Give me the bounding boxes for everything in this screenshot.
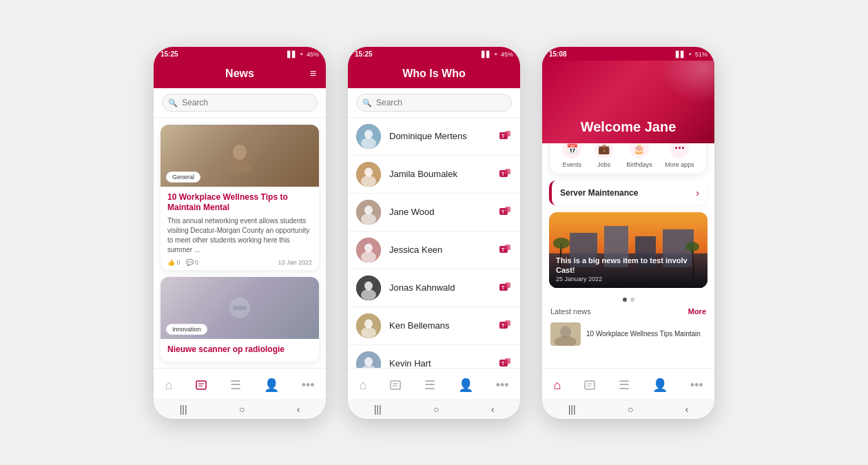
teams-icon-ken[interactable]: T: [498, 318, 512, 334]
android-nav-who: ||| ○ ‹: [348, 400, 520, 419]
android-home-news[interactable]: ○: [239, 404, 245, 415]
nav-more-news[interactable]: •••: [302, 378, 315, 393]
contact-ken[interactable]: Ken Bellemans T: [348, 307, 520, 345]
search-wrap-news: 🔍: [162, 94, 318, 112]
teams-icon-kevin[interactable]: T: [498, 355, 512, 368]
welcome-header: Welcome Jane: [542, 61, 714, 143]
mini-news-text: 10 Workplace Wellness Tips Maintain: [586, 329, 701, 338]
more-apps-icon: ···: [670, 143, 689, 158]
avatar-img-jonas: [356, 276, 381, 300]
nav-home-news[interactable]: ⌂: [165, 378, 172, 393]
svg-point-59: [553, 238, 570, 249]
avatar-img-jb: [356, 162, 381, 187]
news-card-2[interactable]: Innovation Nieuwe scanner op radiologie: [161, 277, 319, 362]
android-back-welcome[interactable]: |||: [568, 404, 576, 415]
nav-more-who[interactable]: •••: [496, 378, 509, 393]
quick-action-jobs[interactable]: 💼 Jobs: [595, 143, 614, 168]
quick-action-events[interactable]: 📅 Events: [562, 143, 581, 168]
signal-icon-welcome: ▋▋: [676, 51, 685, 58]
avatar-jk: [356, 238, 381, 262]
nav-profile-welcome[interactable]: 👤: [652, 378, 668, 393]
news-card-desc-1: This annual networking event allows stud…: [167, 216, 312, 255]
like-icon: 👍 0: [167, 259, 180, 266]
svg-rect-4: [196, 381, 206, 389]
contact-jessica[interactable]: Jessica Keen T: [348, 231, 520, 269]
maintenance-row[interactable]: Server Maintenance ›: [549, 180, 707, 205]
avatar-img-kevin: [356, 351, 381, 368]
search-input-news[interactable]: [162, 94, 318, 112]
teams-icon-jamila[interactable]: T: [498, 166, 512, 183]
android-home-who[interactable]: ○: [433, 404, 439, 415]
teams-icon-jonas[interactable]: T: [498, 280, 512, 296]
contact-name-jonas: Jonas Kahnwald: [389, 282, 490, 293]
signal-icon-who: ▋▋: [482, 51, 491, 58]
android-recent-welcome[interactable]: ‹: [685, 404, 689, 415]
nav-news-who[interactable]: [389, 379, 402, 391]
android-back-news[interactable]: |||: [180, 404, 187, 415]
news-title: News: [225, 68, 254, 80]
phone-who-is-who: 15:25 ▋▋ ⚬ 45% Who Is Who 🔍: [348, 47, 520, 419]
jobs-label: Jobs: [597, 161, 610, 168]
signal-icon-news: ▋▋: [287, 51, 297, 58]
status-bar-who: 15:25 ▋▋ ⚬ 45%: [348, 47, 520, 61]
search-input-who[interactable]: [356, 94, 512, 112]
status-bar-news: 15:25 ▋▋ ⚬ 45%: [154, 47, 326, 61]
contact-jonas[interactable]: Jonas Kahnwald T: [348, 269, 520, 307]
teams-svg-dominique: T: [498, 128, 512, 142]
status-time-welcome: 15:08: [549, 50, 567, 58]
android-home-welcome[interactable]: ○: [628, 404, 633, 415]
nav-docs-news[interactable]: ☰: [230, 378, 241, 393]
svg-rect-3: [233, 306, 247, 310]
android-nav-welcome: ||| ○ ‹: [542, 400, 714, 419]
filter-icon[interactable]: ≡: [310, 68, 316, 80]
nav-more-welcome[interactable]: •••: [690, 378, 703, 393]
teams-icon-jane[interactable]: T: [498, 204, 512, 220]
chevron-right-icon: ›: [696, 187, 699, 198]
nav-home-welcome[interactable]: ⌂: [553, 378, 561, 393]
android-recent-who[interactable]: ‹: [491, 404, 495, 415]
contact-jane[interactable]: Jane Wood T: [348, 194, 520, 231]
contact-name-jamila: Jamila Boumalek: [389, 169, 490, 179]
news-meta-icons-1: 👍 0 💬 0: [167, 259, 198, 266]
carousel-card[interactable]: This is a big news item to test involv C…: [549, 212, 707, 288]
android-back-who[interactable]: |||: [374, 404, 382, 415]
contact-dominique[interactable]: Dominique Mertens T: [348, 118, 520, 156]
nav-docs-welcome[interactable]: ☰: [619, 378, 630, 393]
quick-action-birthdays[interactable]: 🎂 Birthdays: [626, 143, 652, 168]
wifi-icon-who: ⚬: [493, 51, 499, 58]
android-recent-news[interactable]: ‹: [297, 404, 300, 415]
mini-news-item[interactable]: 10 Workplace Wellness Tips Maintain: [542, 318, 714, 350]
svg-text:T: T: [502, 361, 505, 366]
medical-illustration: [223, 291, 257, 325]
svg-rect-17: [505, 169, 510, 174]
teams-svg-jamila: T: [498, 166, 512, 180]
avatar-dm: [356, 124, 381, 149]
teams-icon-jessica[interactable]: T: [498, 242, 512, 258]
tag-badge-2: Innovation: [166, 324, 207, 335]
nav-profile-news[interactable]: 👤: [264, 378, 279, 393]
dot-1: [623, 298, 627, 302]
contact-kevin[interactable]: Kevin Hart T: [348, 345, 520, 368]
svg-text:T: T: [502, 209, 505, 214]
wifi-icon-news: ⚬: [299, 51, 304, 58]
svg-point-0: [233, 145, 247, 160]
battery-welcome: 51%: [695, 51, 707, 58]
person-illustration: [223, 138, 257, 173]
carousel-title: This is a big news item to test involv C…: [556, 256, 701, 276]
nav-profile-who[interactable]: 👤: [458, 378, 473, 393]
nav-news-news[interactable]: [195, 379, 207, 391]
news-card-1[interactable]: General 10 Workplace Wellness Tips to Ma…: [161, 125, 319, 270]
teams-icon-dominique[interactable]: T: [498, 128, 512, 145]
comment-icon: 💬 0: [186, 259, 199, 266]
quick-action-more[interactable]: ··· More apps: [665, 143, 694, 168]
more-link[interactable]: More: [688, 307, 706, 316]
nav-docs-who[interactable]: ☰: [424, 378, 435, 393]
nav-home-who[interactable]: ⌂: [359, 378, 366, 393]
teams-svg-jane: T: [498, 204, 512, 218]
news-card-body-2: Nieuwe scanner op radiologie: [161, 339, 319, 362]
contact-name-ken: Ken Bellemans: [389, 320, 490, 331]
svg-rect-35: [505, 282, 510, 288]
nav-news-welcome[interactable]: [583, 379, 596, 391]
search-icon-who: 🔍: [362, 98, 372, 107]
contact-jamila[interactable]: Jamila Boumalek T: [348, 156, 520, 194]
